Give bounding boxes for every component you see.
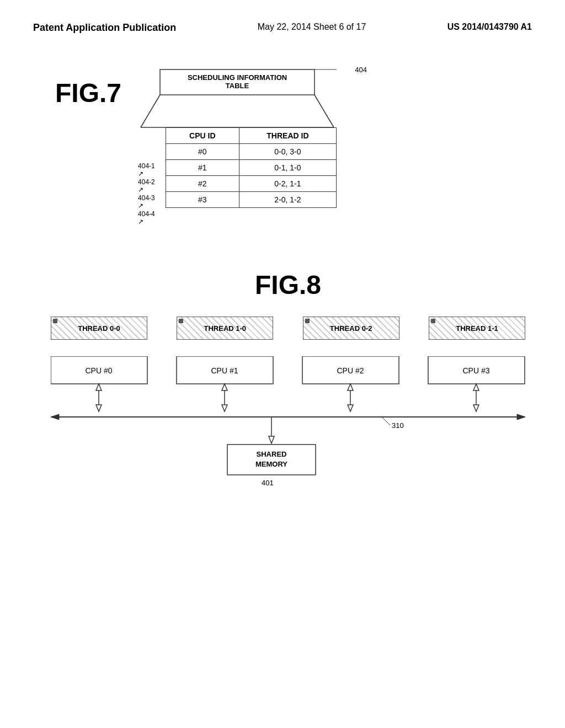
cpu-id-1: #1 bbox=[166, 160, 239, 176]
fig7-content: SCHEDULING INFORMATION TABLE 404 404-1 ↗… bbox=[138, 67, 337, 226]
row-labels: 404-1 ↗ 404-2 ↗ 404-3 ↗ 404-4 ↗ bbox=[138, 127, 162, 226]
col-header-thread: THREAD ID bbox=[239, 128, 336, 144]
ref-310: 310 bbox=[392, 421, 404, 430]
svg-text:CPU #3: CPU #3 bbox=[462, 366, 489, 375]
cpu-id-3: #3 bbox=[166, 192, 239, 208]
table-row: #2 0-2, 1-1 bbox=[166, 176, 336, 192]
row-label-404-2: 404-2 ↗ bbox=[138, 178, 162, 194]
cpu-id-0: #0 bbox=[166, 144, 239, 160]
thread-id-2: 0-2, 1-1 bbox=[239, 176, 336, 192]
svg-line-1 bbox=[141, 95, 160, 127]
svg-marker-22 bbox=[348, 405, 353, 411]
table-row: #3 2-0, 1-2 bbox=[166, 192, 336, 208]
row-label-404-1: 404-1 ↗ bbox=[138, 162, 162, 178]
svg-marker-17 bbox=[96, 384, 102, 390]
svg-line-2 bbox=[315, 95, 334, 127]
col-header-cpu: CPU ID bbox=[166, 128, 239, 144]
svg-text:CPU #1: CPU #1 bbox=[211, 366, 238, 375]
cpu-id-2: #2 bbox=[166, 176, 239, 192]
thread-corner-mark bbox=[305, 319, 310, 323]
svg-marker-30 bbox=[269, 436, 274, 443]
fig7-section: FIG.7 SCHEDULING INFORMATION bbox=[33, 67, 532, 226]
sheet-info: May 22, 2014 Sheet 6 of 17 bbox=[258, 22, 366, 32]
thread-corner-mark bbox=[53, 319, 57, 323]
row-label-404-4: 404-4 ↗ bbox=[138, 210, 162, 226]
fig8-connections: CPU #0 CPU #1 CPU #2 CPU #3 bbox=[51, 356, 525, 502]
fig7-table-with-labels: 404-1 ↗ 404-2 ↗ 404-3 ↗ 404-4 ↗ CPU ID T… bbox=[138, 127, 337, 226]
publication-label: Patent Application Publication bbox=[33, 22, 176, 34]
row-header-spacer bbox=[138, 146, 162, 162]
fig8-section: FIG.8 THREAD 0-0 THREAD 1-0 THREAD 0-2 bbox=[33, 270, 532, 502]
fig8-diagram: THREAD 0-0 THREAD 1-0 THREAD 0-2 THREAD … bbox=[51, 317, 525, 502]
row-label-404-3: 404-3 ↗ bbox=[138, 194, 162, 210]
page: Patent Application Publication May 22, 2… bbox=[0, 0, 565, 728]
svg-text:MEMORY: MEMORY bbox=[255, 460, 287, 468]
thread-box-1-1: THREAD 1-1 bbox=[429, 317, 525, 340]
thread-corner-mark bbox=[431, 319, 435, 323]
svg-line-28 bbox=[382, 417, 390, 425]
thread-box-0-0: THREAD 0-0 bbox=[51, 317, 147, 340]
thread-corner-mark bbox=[179, 319, 183, 323]
table-row: #1 0-1, 1-0 bbox=[166, 160, 336, 176]
thread-id-0: 0-0, 3-0 bbox=[239, 144, 336, 160]
thread-id-1: 0-1, 1-0 bbox=[239, 160, 336, 176]
ref-404: 404 bbox=[355, 66, 367, 74]
svg-marker-24 bbox=[473, 405, 479, 411]
fig7-label: FIG.7 bbox=[55, 78, 121, 108]
table-title: SCHEDULING INFORMATION TABLE bbox=[160, 73, 315, 90]
header: Patent Application Publication May 22, 2… bbox=[33, 22, 532, 34]
thread-label-0-0: THREAD 0-0 bbox=[74, 323, 124, 334]
thread-box-1-0: THREAD 1-0 bbox=[177, 317, 273, 340]
svg-marker-21 bbox=[348, 384, 353, 390]
svg-text:CPU #0: CPU #0 bbox=[85, 366, 112, 375]
svg-marker-23 bbox=[473, 384, 479, 390]
thread-label-0-2: THREAD 0-2 bbox=[327, 323, 376, 334]
svg-text:CPU #2: CPU #2 bbox=[337, 366, 364, 375]
scheduling-table: CPU ID THREAD ID #0 0-0, 3-0 bbox=[166, 127, 337, 208]
ref-401: 401 bbox=[262, 479, 274, 487]
svg-marker-18 bbox=[96, 405, 102, 411]
thread-id-3: 2-0, 1-2 bbox=[239, 192, 336, 208]
thread-box-0-2: THREAD 0-2 bbox=[303, 317, 399, 340]
svg-text:SHARED: SHARED bbox=[257, 450, 287, 458]
fig8-label: FIG.8 bbox=[44, 270, 532, 300]
svg-marker-20 bbox=[222, 405, 227, 411]
svg-marker-19 bbox=[222, 384, 227, 390]
table-row: #0 0-0, 3-0 bbox=[166, 144, 336, 160]
thread-label-1-1: THREAD 1-1 bbox=[452, 323, 502, 334]
thread-row: THREAD 0-0 THREAD 1-0 THREAD 0-2 THREAD … bbox=[51, 317, 525, 340]
patent-number: US 2014/0143790 A1 bbox=[447, 22, 532, 32]
thread-label-1-0: THREAD 1-0 bbox=[201, 323, 250, 334]
fig8-svg: CPU #0 CPU #1 CPU #2 CPU #3 bbox=[51, 356, 525, 500]
